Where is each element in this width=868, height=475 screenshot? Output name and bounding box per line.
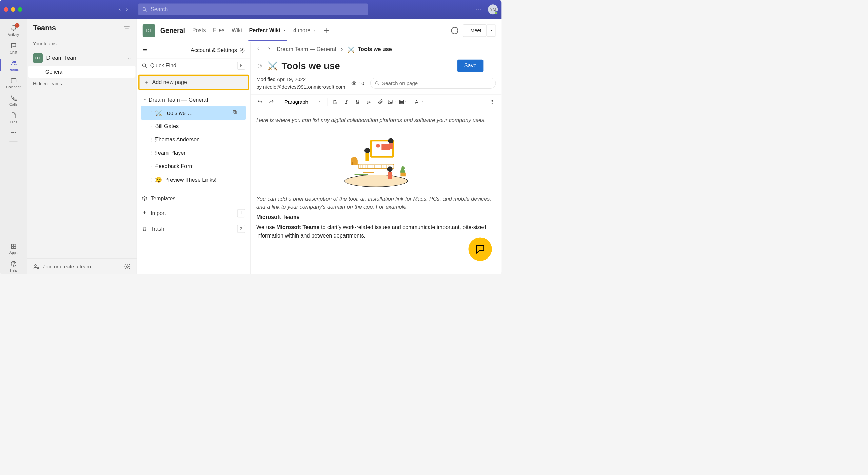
plus-icon[interactable] (225, 110, 230, 115)
add-tab[interactable] (322, 26, 331, 35)
paragraph-style[interactable]: Paragraph (282, 99, 325, 105)
window-controls[interactable] (4, 7, 22, 12)
nav-back[interactable] (116, 6, 123, 13)
desk-illustration-icon (341, 130, 411, 189)
collapse-sidebar[interactable] (142, 47, 147, 54)
channel-general[interactable]: General (28, 66, 135, 78)
page-team-player[interactable]: ⋮⋮Team Player (141, 146, 246, 160)
page-thomas-anderson[interactable]: ⋮⋮Thomas Anderson (141, 133, 246, 146)
import-link[interactable]: Import I (137, 205, 250, 221)
channel-avatar: DT (143, 24, 155, 37)
rail-files[interactable]: Files (0, 109, 27, 126)
tab-more[interactable]: 4 more (293, 20, 317, 41)
teams-title: Teams (33, 24, 56, 33)
trash-icon (142, 226, 147, 232)
team-menu[interactable]: ··· (126, 55, 131, 61)
global-search[interactable]: Search (138, 3, 368, 15)
underline-button[interactable] (352, 97, 363, 107)
minimize-window[interactable] (11, 7, 15, 12)
desc-text: You can add a brief description of the t… (256, 195, 496, 211)
page-menu[interactable]: ··· (487, 61, 496, 70)
meet-button[interactable]: Meet (463, 24, 486, 37)
gear-icon[interactable] (240, 47, 245, 53)
plus-icon (144, 80, 149, 85)
drag-handle-icon[interactable]: ⋮⋮ (149, 110, 153, 116)
svg-point-4 (11, 132, 12, 133)
search-on-page[interactable] (370, 78, 496, 88)
rail-activity[interactable]: 1 Activity (0, 22, 27, 39)
rail-chat[interactable]: Chat (0, 39, 27, 56)
meet-dropdown[interactable] (487, 24, 496, 37)
attach-button[interactable] (375, 97, 386, 107)
table-button[interactable] (398, 97, 408, 107)
tab-posts[interactable]: Posts (191, 20, 206, 41)
image-button[interactable] (387, 97, 397, 107)
svg-rect-10 (14, 247, 16, 249)
rail-teams[interactable]: Teams (0, 56, 27, 74)
crumb-parent[interactable]: Dream Team — General (277, 46, 336, 53)
ai-button[interactable]: AI (413, 97, 425, 107)
toolbar-more[interactable] (487, 97, 497, 107)
undo-button[interactable] (255, 97, 265, 107)
chevron-right-icon (340, 47, 344, 52)
chat-bubble-icon (475, 244, 485, 254)
svg-point-28 (492, 102, 492, 102)
page-tools-we-use[interactable]: ⋮⋮ ⚔️ Tools we … ··· (141, 106, 246, 120)
trash-link[interactable]: Trash Z (137, 221, 250, 237)
tab-perfect-wiki[interactable]: Perfect Wiki (248, 20, 287, 41)
team-dream-team[interactable]: DT Dream Team ··· (27, 50, 137, 66)
eye-icon (351, 81, 357, 86)
channel-chat-icon[interactable] (450, 26, 459, 35)
rail-help[interactable]: Help (0, 257, 27, 274)
page-forward[interactable] (267, 46, 273, 53)
rail-calendar[interactable]: Calendar (0, 74, 27, 91)
editor-body[interactable]: Here is where you can list any digital c… (251, 109, 502, 247)
your-teams-label: Your teams (27, 37, 137, 50)
breadcrumb: Dream Team — General ⚔️ Tools we use (251, 42, 502, 57)
account-settings-link[interactable]: Account & Settings (191, 47, 237, 53)
svg-point-18 (242, 49, 243, 51)
people-add-icon (33, 263, 40, 270)
hidden-teams-label[interactable]: Hidden teams (27, 78, 137, 90)
search-on-page-input[interactable] (382, 80, 491, 86)
svg-rect-8 (14, 244, 16, 246)
tab-files[interactable]: Files (212, 20, 225, 41)
page-title[interactable]: Tools we use (281, 60, 340, 71)
more-menu[interactable]: ··· (476, 6, 482, 13)
tab-wiki[interactable]: Wiki (231, 20, 243, 41)
page-emoji[interactable]: ⚔️ (268, 61, 278, 70)
wiki-sidebar: Account & Settings Quick Find F Add new … (137, 42, 250, 275)
svg-point-55 (387, 166, 393, 172)
chat-fab[interactable] (468, 238, 492, 261)
filter-button[interactable] (123, 24, 131, 32)
svg-rect-3 (11, 79, 16, 83)
gear-icon[interactable] (124, 263, 131, 270)
page-feedback-form[interactable]: ⋮⋮Feedback Form (141, 160, 246, 173)
nav-forward[interactable] (123, 6, 131, 13)
save-button[interactable]: Save (457, 60, 483, 72)
svg-point-0 (143, 7, 146, 11)
page-bill-gates[interactable]: ⋮⋮Bill Gates (141, 120, 246, 133)
rail-apps[interactable]: Apps (0, 240, 27, 257)
italic-button[interactable] (341, 97, 352, 107)
quick-find[interactable]: Quick Find F (137, 58, 250, 73)
rail-more[interactable] (0, 126, 27, 139)
bold-button[interactable] (330, 97, 340, 107)
item-menu[interactable]: ··· (239, 110, 244, 116)
page-preview-links[interactable]: ⋮⋮😏Preview These Links! (141, 173, 246, 186)
link-button[interactable] (364, 97, 374, 107)
close-window[interactable] (4, 7, 8, 12)
tree-root[interactable]: Dream Team — General (141, 94, 246, 106)
emoji-picker[interactable]: ☺ (256, 62, 263, 70)
user-avatar[interactable]: NM (488, 4, 498, 14)
svg-point-27 (492, 100, 492, 101)
svg-rect-58 (355, 174, 368, 175)
templates-link[interactable]: Templates (137, 191, 250, 206)
join-create-team[interactable]: Join or create a team (27, 258, 137, 274)
rail-calls[interactable]: Calls (0, 91, 27, 108)
add-new-page[interactable]: Add new page (138, 75, 249, 90)
copy-icon[interactable] (232, 110, 237, 115)
page-back[interactable] (256, 46, 263, 53)
maximize-window[interactable] (18, 7, 22, 12)
redo-button[interactable] (266, 97, 277, 107)
